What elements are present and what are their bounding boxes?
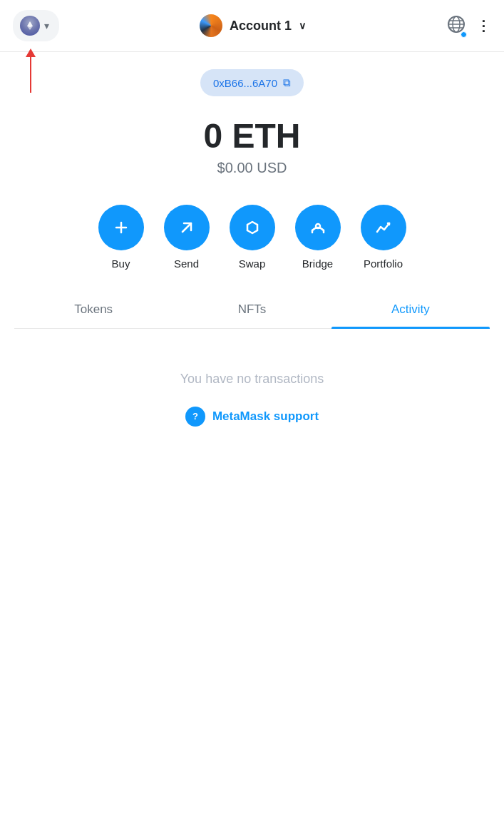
address-section: 0xB66...6A70 ⧉ (0, 52, 504, 103)
plus-icon (111, 218, 131, 238)
balance-section: 0 ETH $0.00 USD (0, 103, 504, 198)
address-badge[interactable]: 0xB66...6A70 ⧉ (200, 69, 304, 96)
portfolio-action[interactable]: Portfolio (361, 205, 406, 270)
usd-balance: $0.00 USD (0, 160, 504, 176)
top-right-actions: ⋮ (446, 14, 491, 37)
tab-nfts[interactable]: NFTs (173, 291, 331, 328)
support-chat-icon: ? (185, 407, 205, 427)
send-action[interactable]: Send (164, 205, 210, 270)
swap-button[interactable] (230, 205, 275, 250)
send-label: Send (174, 257, 199, 270)
network-selector[interactable]: ▾ (13, 10, 59, 41)
account-chevron-icon: ∨ (299, 20, 306, 31)
tab-tokens[interactable]: Tokens (14, 291, 173, 328)
bridge-button[interactable] (295, 205, 341, 250)
buy-label: Buy (112, 257, 130, 270)
bridge-action[interactable]: Bridge (295, 205, 341, 270)
account-name-label: Account 1 (230, 19, 292, 34)
eth-network-icon (20, 16, 40, 36)
eth-balance: 0 ETH (0, 118, 504, 155)
support-text: MetaMask support (212, 409, 319, 424)
portfolio-icon (374, 218, 394, 238)
send-button[interactable] (164, 205, 210, 250)
copy-icon: ⧉ (283, 76, 291, 89)
metamask-support-link[interactable]: ? MetaMask support (14, 407, 490, 427)
tabs-section: Tokens NFTs Activity (14, 291, 490, 329)
swap-label: Swap (239, 257, 266, 270)
bridge-label: Bridge (302, 257, 333, 270)
top-bar: ▾ Account 1 ∨ ⋮ (0, 0, 504, 52)
actions-section: Buy Send Swap (0, 198, 504, 291)
network-connected-dot (461, 31, 467, 38)
network-chevron-icon: ▾ (44, 20, 49, 31)
swap-action[interactable]: Swap (230, 205, 275, 270)
empty-state: You have no transactions ? MetaMask supp… (0, 329, 504, 448)
portfolio-label: Portfolio (364, 257, 403, 270)
more-options-button[interactable]: ⋮ (476, 17, 491, 34)
buy-button[interactable] (98, 205, 144, 250)
portfolio-button[interactable] (361, 205, 406, 250)
account-avatar (200, 14, 222, 37)
swap-icon (242, 218, 262, 238)
address-text: 0xB66...6A70 (213, 77, 277, 89)
no-transactions-message: You have no transactions (14, 372, 490, 387)
buy-action[interactable]: Buy (98, 205, 144, 270)
network-status-button[interactable] (446, 14, 466, 37)
tab-activity[interactable]: Activity (331, 291, 490, 328)
svg-point-10 (316, 224, 320, 228)
bridge-icon (308, 218, 328, 238)
svg-line-7 (182, 223, 191, 232)
account-selector[interactable]: Account 1 ∨ (200, 14, 306, 37)
send-icon (177, 218, 197, 238)
